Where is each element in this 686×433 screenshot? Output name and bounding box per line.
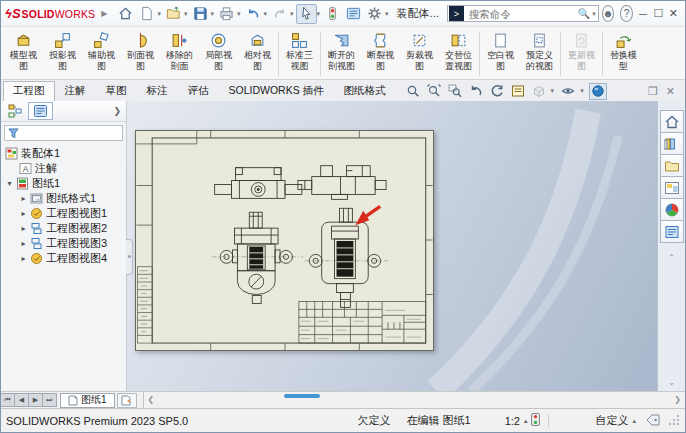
- tab-addins[interactable]: SOLIDWORKS 插件: [219, 81, 334, 101]
- drawing-view-1[interactable]: [215, 168, 302, 199]
- collapse-arrow-icon[interactable]: ▸: [17, 239, 30, 248]
- horizontal-scrollbar[interactable]: ❮ ❯: [143, 392, 685, 408]
- display-mode-text[interactable]: 自定义: [595, 413, 628, 428]
- select-tool-button[interactable]: [296, 4, 317, 24]
- home-button[interactable]: [115, 4, 136, 24]
- hide-show-caret-icon[interactable]: ▾: [580, 87, 584, 95]
- maximize-button[interactable]: ☐: [651, 5, 666, 23]
- taskpane-home-icon[interactable]: [660, 110, 684, 133]
- new-document-button[interactable]: [136, 4, 157, 24]
- previous-view-icon[interactable]: [467, 83, 485, 100]
- drawing-sheet[interactable]: [135, 130, 434, 351]
- tree-item-sheet1[interactable]: ▾ 图纸1: [1, 176, 126, 191]
- tab-dimension[interactable]: 标注: [137, 81, 178, 101]
- tree-filter-box[interactable]: [4, 125, 123, 141]
- feature-tree-tab[interactable]: [3, 102, 28, 120]
- first-sheet-button[interactable]: ⏮: [0, 393, 15, 407]
- zoom-to-fit-icon[interactable]: [425, 83, 443, 100]
- zoom-to-area-icon[interactable]: [446, 83, 464, 100]
- removed-section-button[interactable]: 移除的剖面: [160, 29, 199, 79]
- drawing-view-3[interactable]: [220, 212, 292, 303]
- view-palette-icon[interactable]: [660, 176, 684, 199]
- auxiliary-view-button[interactable]: 辅助视图: [82, 29, 121, 79]
- view-settings-sphere-icon[interactable]: [589, 83, 607, 100]
- next-sheet-button[interactable]: ▶: [28, 393, 43, 407]
- new-document-caret-icon[interactable]: ▾: [157, 10, 161, 18]
- collapse-arrow-icon[interactable]: ▸: [17, 209, 30, 218]
- sheet-tab-sheet1[interactable]: 图纸1: [60, 393, 115, 408]
- predefined-view-button[interactable]: 预定义的视图: [520, 29, 559, 79]
- display-style-caret-icon[interactable]: ▾: [551, 87, 555, 95]
- scale-popup-caret-icon[interactable]: ▴: [524, 417, 528, 425]
- collapse-arrow-icon[interactable]: ▸: [17, 254, 30, 263]
- model-view-button[interactable]: 模型视图: [4, 29, 43, 79]
- doc-close-icon[interactable]: ✕: [666, 85, 675, 98]
- tree-item-drawing-view3[interactable]: ▸ 工程图视图3: [1, 236, 126, 251]
- tab-drawing[interactable]: 工程图: [3, 81, 55, 101]
- last-sheet-button[interactable]: ⏭: [42, 393, 57, 407]
- tag-icon[interactable]: [646, 414, 660, 428]
- tab-evaluate[interactable]: 评估: [178, 81, 219, 101]
- collapse-arrow-icon[interactable]: ▸: [17, 224, 30, 233]
- prev-sheet-button[interactable]: ◀: [14, 393, 29, 407]
- display-mode-caret-icon[interactable]: ▴: [632, 417, 636, 425]
- save-caret-icon[interactable]: ▾: [211, 10, 215, 18]
- select-tool-caret-icon[interactable]: ▾: [317, 10, 321, 18]
- drawing-view-4[interactable]: [309, 208, 380, 307]
- panel-tab-overflow-icon[interactable]: ❯: [113, 106, 124, 116]
- tab-annotation[interactable]: 注解: [55, 81, 96, 101]
- options-gear-button[interactable]: [364, 4, 385, 24]
- options-caret-icon[interactable]: ▾: [385, 10, 389, 18]
- panel-splitter-handle[interactable]: [126, 239, 133, 275]
- sheet-properties-icon[interactable]: [509, 83, 527, 100]
- open-button[interactable]: [163, 4, 184, 24]
- sheet-scale-value[interactable]: 1:2: [505, 415, 520, 427]
- tree-item-drawing-view2[interactable]: ▸ 工程图视图2: [1, 221, 126, 236]
- alternate-position-view-button[interactable]: 交替位置视图: [439, 29, 478, 79]
- undo-caret-icon[interactable]: ▾: [264, 10, 268, 18]
- display-settings-button[interactable]: [343, 4, 364, 24]
- tab-sheet-format[interactable]: 图纸格式: [334, 81, 396, 101]
- login-user-button[interactable]: ☻: [602, 5, 615, 22]
- crop-view-button[interactable]: 剪裁视图: [400, 29, 439, 79]
- hide-show-items-eye-icon[interactable]: [559, 83, 577, 100]
- break-view-button[interactable]: 断裂视图: [361, 29, 400, 79]
- rebuild-button[interactable]: [322, 4, 343, 24]
- menu-expand-icon[interactable]: ▶: [101, 9, 107, 18]
- detail-view-button[interactable]: 局部视图: [199, 29, 238, 79]
- taskpane-scroll-down-icon[interactable]: ⌄: [668, 377, 676, 387]
- refresh-view-icon[interactable]: [488, 83, 506, 100]
- taskpane-collapse-chevron-icon[interactable]: ⌃: [668, 253, 676, 263]
- tree-item-assembly-root[interactable]: 装配体1: [1, 146, 126, 161]
- section-view-button[interactable]: 剖面视图: [121, 29, 160, 79]
- scroll-left-icon[interactable]: ❮: [148, 395, 155, 404]
- tree-item-annotations[interactable]: A 注解: [1, 161, 126, 176]
- tree-item-sheet-format1[interactable]: ▸ 图纸格式1: [1, 191, 126, 206]
- scrollbar-thumb[interactable]: [284, 394, 320, 398]
- empty-view-button[interactable]: 空白视图: [481, 29, 520, 79]
- expand-arrow-icon[interactable]: ▾: [3, 179, 16, 188]
- display-style-cube-icon[interactable]: [530, 83, 548, 100]
- zoom-icon[interactable]: [404, 83, 422, 100]
- tree-item-drawing-view1[interactable]: ▸ 工程图视图1: [1, 206, 126, 221]
- tree-item-drawing-view4[interactable]: ▸ 工程图视图4: [1, 251, 126, 266]
- scroll-right-icon[interactable]: ❯: [674, 395, 681, 404]
- print-button[interactable]: [216, 4, 237, 24]
- redo-caret-icon[interactable]: ▾: [290, 10, 294, 18]
- close-button[interactable]: ✕: [666, 5, 681, 23]
- collapse-arrow-icon[interactable]: ▸: [17, 194, 30, 203]
- save-button[interactable]: [190, 4, 211, 24]
- property-manager-tab[interactable]: [28, 102, 53, 120]
- print-caret-icon[interactable]: ▾: [237, 10, 241, 18]
- file-explorer-icon[interactable]: [660, 154, 684, 177]
- projected-view-button[interactable]: 投影视图: [43, 29, 82, 79]
- graphics-area[interactable]: [127, 101, 657, 391]
- replace-model-button[interactable]: 替换模型: [604, 29, 643, 79]
- tab-sketch[interactable]: 草图: [96, 81, 137, 101]
- minimize-button[interactable]: ─: [636, 5, 651, 23]
- search-input[interactable]: [467, 7, 578, 21]
- appearances-icon[interactable]: [660, 198, 684, 221]
- doc-restore-icon[interactable]: ❐: [648, 85, 658, 98]
- search-caret-icon[interactable]: ▾: [592, 10, 596, 18]
- add-sheet-button[interactable]: [117, 393, 137, 408]
